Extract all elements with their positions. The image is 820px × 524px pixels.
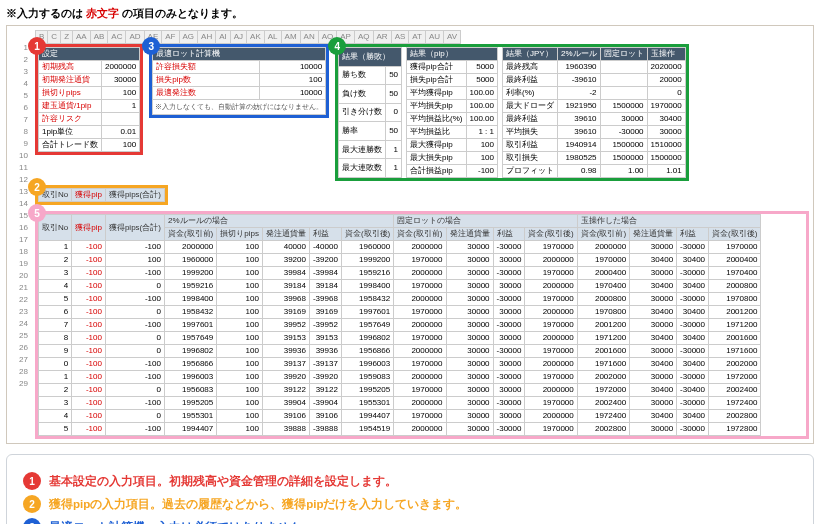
trade-cell[interactable]: 30400 [677,410,709,423]
trade-cell[interactable]: 1972800 [709,423,761,436]
trade-cell[interactable]: 2001600 [709,332,761,345]
trade-cell[interactable]: 30000 [630,423,677,436]
trade-cell[interactable]: 39888 [262,423,309,436]
trade-cell[interactable]: 30000 [446,384,493,397]
trade-cell[interactable]: 3 [39,397,72,410]
trade-cell[interactable]: 1996802 [164,345,216,358]
trade-cell[interactable]: 1959083 [341,371,393,384]
trade-cell[interactable]: 40000 [262,241,309,254]
trade-cell[interactable]: 39936 [262,345,309,358]
row-number[interactable]: 28 [11,366,31,378]
trade-cell[interactable]: 39153 [262,332,309,345]
trade-cell[interactable]: -39968 [309,293,341,306]
trade-cell[interactable]: 2001200 [577,319,629,332]
row-number[interactable]: 19 [11,258,31,270]
trade-cell[interactable]: 39200 [262,254,309,267]
trade-cell[interactable]: 2000800 [709,280,761,293]
trade-cell[interactable]: 100 [217,319,263,332]
trade-cell[interactable]: 1996003 [341,358,393,371]
trade-cell[interactable]: 30000 [446,358,493,371]
trade-cell[interactable]: 1970000 [394,358,446,371]
trade-cell[interactable]: 39153 [309,332,341,345]
trade-cell[interactable]: 1958432 [341,293,393,306]
trade-cell[interactable]: -100 [105,397,164,410]
trade-cell[interactable]: -39952 [309,319,341,332]
trade-cell[interactable]: 30400 [630,280,677,293]
trade-cell[interactable]: 1970000 [394,332,446,345]
trade-cell[interactable]: 1956083 [164,384,216,397]
col-header[interactable]: AQ [354,31,373,44]
trade-cell[interactable]: -100 [72,332,106,345]
trade-cell[interactable]: 30400 [677,280,709,293]
row-number[interactable]: 11 [11,162,31,174]
row-number[interactable]: 7 [11,114,31,126]
trade-cell[interactable]: 30000 [630,267,677,280]
trade-cell[interactable]: 1958432 [164,306,216,319]
col-header[interactable]: Z [61,31,73,44]
row-number[interactable]: 24 [11,318,31,330]
trade-cell[interactable]: 2 [39,254,72,267]
trade-cell[interactable]: 1996802 [341,332,393,345]
trade-cell[interactable]: -30000 [677,371,709,384]
trade-cell[interactable]: 30000 [446,267,493,280]
trade-cell[interactable]: 39122 [262,384,309,397]
col-header[interactable]: C [48,31,61,44]
trade-cell[interactable]: 0 [105,384,164,397]
trade-cell[interactable]: 1971200 [577,332,629,345]
row-number[interactable]: 3 [11,66,31,78]
trade-cell[interactable]: -39137 [309,358,341,371]
trade-cell[interactable]: 1954519 [341,423,393,436]
trade-cell[interactable]: 2000000 [394,319,446,332]
trade-cell[interactable]: 8 [39,332,72,345]
trade-cell[interactable]: 2000000 [394,423,446,436]
trade-cell[interactable]: 1971600 [709,345,761,358]
trade-cell[interactable]: 1970000 [394,254,446,267]
row-number[interactable]: 25 [11,330,31,342]
trade-cell[interactable]: 1970400 [577,280,629,293]
trade-cell[interactable]: 5 [39,293,72,306]
trade-cell[interactable]: -100 [105,241,164,254]
trade-cell[interactable]: 39184 [309,280,341,293]
col-header[interactable]: AF [162,31,179,44]
trade-cell[interactable]: 1972400 [577,410,629,423]
trade-cell[interactable]: 7 [39,319,72,332]
trade-cell[interactable]: -100 [105,267,164,280]
trade-cell[interactable]: 2000000 [525,358,577,371]
trade-cell[interactable]: -100 [72,280,106,293]
trade-cell[interactable]: -30000 [677,241,709,254]
trade-cell[interactable]: 30000 [493,410,525,423]
col-header[interactable]: AC [108,31,126,44]
trade-cell[interactable]: -100 [72,345,106,358]
trade-cell[interactable]: 9 [39,345,72,358]
row-number[interactable]: 18 [11,246,31,258]
col-header[interactable]: AR [373,31,391,44]
trade-cell[interactable]: 1970800 [709,293,761,306]
settings-value[interactable]: 0.01 [102,126,140,139]
trade-cell[interactable]: 39106 [309,410,341,423]
trade-cell[interactable]: 5 [39,423,72,436]
trade-cell[interactable]: 1959216 [164,280,216,293]
trade-cell[interactable]: 1972000 [577,384,629,397]
trade-cell[interactable]: 1970000 [525,293,577,306]
trade-cell[interactable]: 1970000 [525,371,577,384]
trade-cell[interactable]: -30000 [493,371,525,384]
trade-cell[interactable]: -100 [72,358,106,371]
trade-cell[interactable]: 1970000 [394,306,446,319]
trade-cell[interactable]: -39888 [309,423,341,436]
trade-cell[interactable]: 2 [39,384,72,397]
trade-cell[interactable]: 30000 [446,371,493,384]
trade-cell[interactable]: 30000 [446,397,493,410]
col-header[interactable]: AG [179,31,198,44]
col-header[interactable]: AI [216,31,231,44]
trade-cell[interactable]: 1 [39,371,72,384]
trade-cell[interactable]: -100 [72,241,106,254]
trade-cell[interactable]: 30000 [630,345,677,358]
trade-cell[interactable]: -39984 [309,267,341,280]
trade-cell[interactable]: 39137 [262,358,309,371]
trade-cell[interactable]: 2000000 [525,332,577,345]
trade-cell[interactable]: 1970000 [525,423,577,436]
trade-cell[interactable]: 30000 [446,332,493,345]
trade-cell[interactable]: 100 [217,254,263,267]
trade-cell[interactable]: 30000 [446,306,493,319]
trade-cell[interactable]: 2002000 [577,371,629,384]
